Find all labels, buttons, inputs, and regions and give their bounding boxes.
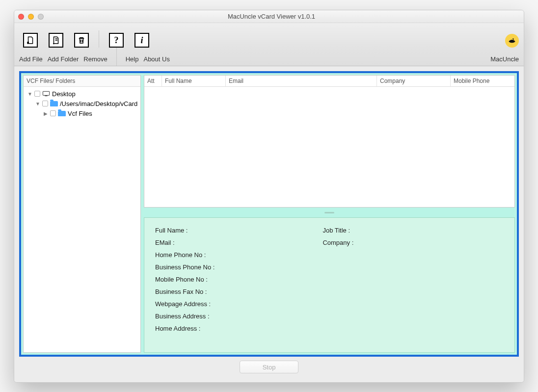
tree-row-desktop[interactable]: ▼ Desktop — [26, 89, 138, 99]
about-button[interactable]: i — [134, 33, 149, 48]
file-tree-pane: VCF Files/ Folders ▼ Desktop ▼ /Users/im… — [23, 75, 141, 353]
folder-icon — [58, 111, 66, 116]
field-job-title: Job Title : — [323, 227, 353, 234]
column-company[interactable]: Company — [377, 76, 451, 86]
toolbar-separator — [99, 30, 99, 48]
field-webpage: Webpage Address : — [155, 300, 215, 308]
field-home-address: Home Address : — [155, 325, 215, 332]
help-button[interactable]: ? — [109, 33, 124, 48]
disclosure-triangle-icon[interactable]: ▼ — [27, 91, 32, 97]
folder-icon — [50, 101, 58, 106]
toolbar-labels: Add File Add Folder Remove Help About Us… — [14, 48, 524, 66]
disclosure-triangle-icon[interactable]: ▶ — [43, 111, 48, 116]
add-folder-button[interactable] — [49, 33, 63, 48]
contact-table: Att Full Name Email Company Mobile Phone — [144, 75, 515, 208]
toolbar: ? i — [14, 23, 524, 48]
add-file-button[interactable] — [23, 33, 38, 48]
checkbox[interactable] — [50, 110, 56, 116]
splitter-handle[interactable] — [144, 210, 515, 214]
desktop-icon — [42, 91, 50, 97]
checkbox[interactable] — [42, 101, 48, 106]
tree-row-path[interactable]: ▼ /Users/imac/Desktop/vCard — [26, 99, 138, 108]
field-business-address: Business Address : — [155, 313, 215, 320]
contact-detail-pane: Full Name : EMail : Home Phone No : Busi… — [144, 217, 515, 353]
add-file-label[interactable]: Add File — [19, 55, 43, 63]
column-full-name[interactable]: Full Name — [162, 76, 226, 86]
field-company: Company : — [323, 239, 353, 246]
main-pane: Att Full Name Email Company Mobile Phone… — [144, 75, 515, 353]
brand-icon — [505, 34, 519, 48]
column-att[interactable]: Att — [144, 76, 162, 86]
file-tree[interactable]: ▼ Desktop ▼ /Users/imac/Desktop/vCard ▶ — [24, 87, 140, 120]
close-icon[interactable] — [18, 14, 24, 20]
remove-button[interactable] — [74, 33, 89, 48]
toolbar-file-group — [19, 33, 93, 48]
stop-button[interactable]: Stop — [240, 361, 298, 373]
content-area: VCF Files/ Folders ▼ Desktop ▼ /Users/im… — [14, 66, 524, 382]
svg-rect-1 — [45, 96, 47, 96]
column-mobile-phone[interactable]: Mobile Phone — [451, 76, 514, 86]
folder-add-icon — [52, 36, 60, 45]
field-business-phone: Business Phone No : — [155, 263, 215, 271]
tree-label: Desktop — [52, 90, 76, 98]
brand-label: MacUncle — [490, 55, 519, 63]
main-frame: VCF Files/ Folders ▼ Desktop ▼ /Users/im… — [19, 71, 519, 357]
column-email[interactable]: Email — [226, 76, 377, 86]
field-home-phone: Home Phone No : — [155, 251, 215, 259]
file-add-icon — [26, 36, 35, 45]
field-email: EMail : — [155, 239, 215, 246]
file-tree-header: VCF Files/ Folders — [24, 76, 140, 87]
svg-rect-0 — [43, 91, 49, 95]
tree-row-vcf[interactable]: ▶ Vcf Files — [26, 108, 138, 118]
window-controls — [18, 14, 44, 20]
tree-label: /Users/imac/Desktop/vCard — [60, 100, 137, 107]
app-window: MacUncle vCard Viewer v1.0.1 ? i Add Fil… — [14, 10, 524, 383]
toolbar-help-group: ? i — [105, 33, 153, 48]
trash-icon — [77, 36, 86, 45]
about-label[interactable]: About Us — [143, 55, 169, 63]
titlebar: MacUncle vCard Viewer v1.0.1 — [14, 10, 524, 23]
field-business-fax: Business Fax No : — [155, 288, 215, 295]
zoom-icon — [38, 14, 44, 20]
checkbox[interactable] — [34, 91, 40, 97]
table-header: Att Full Name Email Company Mobile Phone — [144, 76, 514, 87]
field-mobile-phone: Mobile Phone No : — [155, 276, 215, 283]
minimize-icon[interactable] — [28, 14, 34, 20]
add-folder-label[interactable]: Add Folder — [48, 55, 79, 63]
detail-right-column: Job Title : Company : — [244, 227, 353, 343]
window-title: MacUncle vCard Viewer v1.0.1 — [49, 13, 494, 20]
tree-label: Vcf Files — [68, 110, 92, 117]
bottom-bar: Stop — [19, 357, 519, 377]
detail-left-column: Full Name : EMail : Home Phone No : Busi… — [155, 227, 215, 343]
table-body — [144, 87, 514, 207]
disclosure-triangle-icon[interactable]: ▼ — [35, 101, 40, 106]
remove-label[interactable]: Remove — [83, 55, 107, 63]
help-label[interactable]: Help — [126, 55, 139, 63]
grip-icon — [324, 212, 334, 213]
field-full-name: Full Name : — [155, 227, 215, 234]
